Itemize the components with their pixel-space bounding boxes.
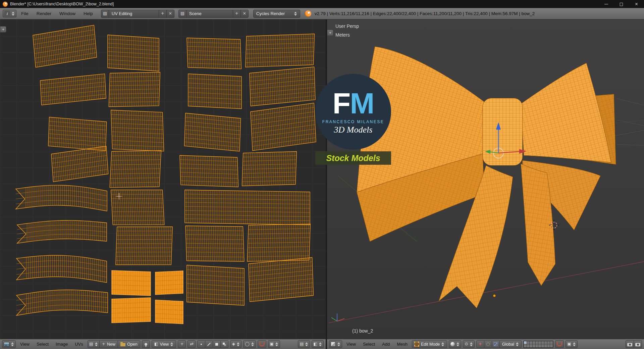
- v3d-region-expand-tab[interactable]: +: [327, 30, 333, 36]
- uv-region-expand-tab[interactable]: +: [0, 26, 6, 33]
- layer-cell[interactable]: [530, 344, 532, 347]
- v3d-editor-type-button[interactable]: [329, 340, 342, 348]
- uv-menu-select[interactable]: Select: [34, 342, 51, 347]
- layer-cell[interactable]: [550, 341, 553, 344]
- layer-cell[interactable]: [544, 341, 547, 344]
- manipulator-translate-toggle[interactable]: +: [476, 340, 484, 348]
- uv-island[interactable]: [48, 117, 107, 151]
- uv-island[interactable]: [247, 222, 310, 263]
- uv-island[interactable]: [33, 25, 97, 67]
- menu-help[interactable]: Help: [80, 11, 96, 16]
- uv-island[interactable]: [51, 146, 108, 182]
- uv-select-face-button[interactable]: [213, 340, 221, 348]
- layer-cell[interactable]: [536, 344, 538, 347]
- close-button[interactable]: ×: [629, 0, 644, 8]
- v3d-menu-add[interactable]: Add: [379, 342, 392, 347]
- uv-view-dropdown[interactable]: ◧ View: [152, 340, 176, 348]
- uv-island[interactable]: [112, 270, 151, 296]
- uv-island[interactable]: [16, 255, 107, 283]
- v3d-menu-view[interactable]: View: [344, 342, 359, 347]
- uv-island[interactable]: [40, 74, 106, 105]
- maximize-button[interactable]: □: [614, 0, 629, 8]
- uv-sync-selection-toggle[interactable]: ⇄: [187, 340, 196, 348]
- layer-cell[interactable]: [524, 341, 527, 344]
- minimize-button[interactable]: —: [599, 0, 614, 8]
- layer-cell[interactable]: [533, 341, 535, 344]
- uv-select-vertex-button[interactable]: [197, 340, 205, 348]
- layout-browse-button[interactable]: ▤: [101, 10, 109, 18]
- render-animation-button[interactable]: [634, 340, 642, 348]
- editor-type-info-button[interactable]: i: [3, 10, 16, 17]
- manipulator-scale-toggle[interactable]: [492, 340, 500, 348]
- 3d-viewport[interactable]: User Persp Meters (1) bow_2 +: [327, 19, 644, 339]
- layout-name-field[interactable]: UV Editing: [109, 10, 159, 18]
- layer-cell[interactable]: [541, 344, 544, 347]
- uv-island[interactable]: [17, 220, 107, 243]
- layers-widget[interactable]: [523, 341, 553, 348]
- uv-island[interactable]: [187, 36, 241, 70]
- viewport-shading-dropdown[interactable]: [449, 340, 461, 348]
- uv-island[interactable]: [155, 300, 183, 324]
- uv-island[interactable]: [184, 113, 241, 151]
- menu-render[interactable]: Render: [33, 11, 55, 16]
- layer-cell[interactable]: [533, 344, 535, 347]
- layer-cell[interactable]: [550, 344, 553, 347]
- layout-add-button[interactable]: +: [159, 10, 167, 18]
- snap-toggle-button[interactable]: [555, 340, 564, 348]
- uv-island[interactable]: [250, 67, 316, 106]
- sticky-selection-dropdown[interactable]: ◈: [230, 340, 241, 348]
- layer-cell[interactable]: [544, 344, 547, 347]
- layer-cell[interactable]: [527, 344, 530, 347]
- uv-island[interactable]: [112, 298, 151, 323]
- bow-mesh[interactable]: [357, 47, 616, 308]
- scene-browse-button[interactable]: ▤: [178, 10, 186, 18]
- uv-island[interactable]: [108, 35, 159, 71]
- manipulator-rotate-toggle[interactable]: ○: [484, 340, 492, 348]
- mode-dropdown[interactable]: Edit Mode: [412, 340, 447, 348]
- uv-island[interactable]: [109, 70, 160, 108]
- v3d-menu-select[interactable]: Select: [360, 342, 378, 347]
- layer-cell[interactable]: [541, 341, 544, 344]
- render-still-button[interactable]: [626, 340, 634, 348]
- menu-window[interactable]: Window: [56, 11, 79, 16]
- render-engine-select[interactable]: Cycles Render: [253, 10, 300, 18]
- menu-file[interactable]: File: [18, 11, 32, 16]
- proportional-edit-dropdown[interactable]: ◯: [243, 340, 256, 348]
- uv-island[interactable]: [185, 224, 244, 263]
- layer-cell[interactable]: [527, 341, 530, 344]
- uv-island[interactable]: [250, 103, 316, 151]
- uv-menu-image[interactable]: Image: [53, 342, 70, 347]
- layout-delete-button[interactable]: ×: [166, 10, 174, 18]
- pin-image-button[interactable]: [142, 340, 150, 348]
- uv-select-edge-button[interactable]: [205, 340, 213, 348]
- uv-island[interactable]: [16, 290, 108, 315]
- layer-cell[interactable]: [547, 341, 550, 344]
- uv-island[interactable]: [111, 108, 164, 153]
- snap-element-dropdown[interactable]: ▣: [268, 340, 280, 348]
- snap-element-dropdown[interactable]: ▣: [566, 340, 578, 348]
- uv-editor-type-button[interactable]: [2, 340, 16, 348]
- uv-island[interactable]: [188, 74, 241, 109]
- open-image-button[interactable]: Open: [118, 340, 140, 348]
- uv-island[interactable]: [246, 32, 315, 69]
- scene-delete-button[interactable]: ×: [240, 10, 249, 18]
- draw-channels-dropdown[interactable]: ▤: [298, 340, 310, 348]
- layer-cell[interactable]: [530, 341, 532, 344]
- uv-island[interactable]: [116, 225, 172, 267]
- uv-menu-view[interactable]: View: [17, 342, 32, 347]
- uv-display-dropdown[interactable]: ◧: [312, 340, 324, 348]
- pivot-point-dropdown[interactable]: ⊙: [463, 340, 474, 348]
- uv-select-island-button[interactable]: [220, 340, 228, 348]
- uv-island[interactable]: [110, 148, 161, 190]
- layer-cell[interactable]: [538, 344, 541, 347]
- new-image-button[interactable]: +New: [99, 340, 118, 348]
- uv-island[interactable]: [185, 190, 310, 225]
- layer-cell[interactable]: [524, 344, 527, 347]
- layer-cell[interactable]: [536, 341, 538, 344]
- uv-2d-cursor-button[interactable]: +: [178, 340, 186, 348]
- scene-add-button[interactable]: +: [233, 10, 241, 18]
- uv-island[interactable]: [16, 185, 107, 211]
- transform-orientation-dropdown[interactable]: Global: [499, 340, 522, 348]
- uv-menu-uvs[interactable]: UVs: [72, 342, 86, 347]
- uv-island[interactable]: [187, 265, 244, 305]
